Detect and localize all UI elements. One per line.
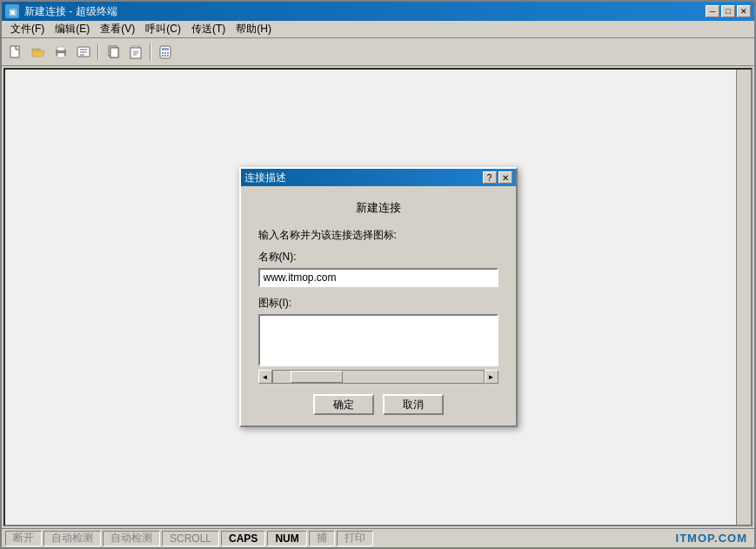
dialog-close-button[interactable]: ✕ — [498, 171, 512, 184]
status-bar: 断开 自动检测 自动检测 SCROLL CAPS NUM 捕 打印 ITMOP.… — [2, 528, 754, 547]
title-controls: ─ □ ✕ — [706, 5, 751, 17]
open-button[interactable] — [28, 42, 49, 63]
dialog-buttons: 确定 取消 — [258, 394, 498, 415]
status-auto-detect-1: 自动检测 — [43, 531, 101, 546]
copy-group-button[interactable] — [103, 42, 124, 63]
dialog-title-buttons: ? ✕ — [483, 171, 512, 184]
menu-edit[interactable]: 编辑(E) — [50, 20, 95, 38]
connection-dialog: 连接描述 ? ✕ 新建连接 输入名称并为该连接选择图标: 名称(N): 图标(I… — [239, 167, 518, 427]
dialog-title: 连接描述 — [244, 171, 286, 185]
terminal-content[interactable]: 连接描述 ? ✕ 新建连接 输入名称并为该连接选择图标: 名称(N): 图标(I… — [3, 68, 753, 526]
menu-view[interactable]: 查看(V) — [95, 20, 140, 38]
status-disconnect: 断开 — [5, 531, 42, 546]
menu-transfer[interactable]: 传送(T) — [186, 20, 231, 38]
maximize-button[interactable]: □ — [721, 5, 735, 17]
title-bar-left: ▣ 新建连接 - 超级终端 — [5, 4, 117, 19]
svg-rect-3 — [57, 47, 64, 50]
status-capture: 捕 — [309, 531, 335, 546]
status-print: 打印 — [337, 531, 373, 546]
dial-icon — [158, 45, 172, 59]
svg-rect-18 — [162, 48, 169, 50]
properties-button[interactable] — [73, 42, 94, 63]
toolbar-separator-2 — [150, 44, 151, 61]
name-label: 名称(N): — [258, 250, 498, 264]
scroll-right-arrow[interactable]: ► — [485, 370, 498, 384]
menu-file[interactable]: 文件(F) — [5, 20, 50, 38]
print-button[interactable] — [50, 42, 71, 63]
status-num: NUM — [267, 531, 306, 546]
new-button[interactable] — [5, 42, 26, 63]
main-window: ▣ 新建连接 - 超级终端 ─ □ ✕ 文件(F) 编辑(E) 查看(V) 呼叫… — [0, 0, 756, 549]
svg-point-22 — [162, 55, 164, 57]
svg-point-21 — [167, 52, 169, 54]
svg-point-19 — [162, 52, 164, 54]
dialog-instruction: 输入名称并为该连接选择图标: — [258, 228, 498, 243]
scroll-thumb[interactable] — [291, 371, 343, 383]
svg-rect-4 — [57, 53, 64, 57]
svg-rect-0 — [10, 46, 19, 57]
paste-button[interactable] — [125, 42, 146, 63]
menu-help[interactable]: 帮助(H) — [231, 20, 277, 38]
window-title: 新建连接 - 超级终端 — [24, 4, 117, 19]
horizontal-scrollbar: ◄ ► — [258, 370, 498, 384]
open-icon — [31, 45, 45, 59]
svg-rect-1 — [32, 49, 40, 50]
toolbar — [2, 38, 754, 66]
close-button[interactable]: ✕ — [737, 5, 751, 17]
app-icon: ▣ — [5, 4, 19, 18]
paste-icon — [129, 45, 143, 59]
minimize-button[interactable]: ─ — [706, 5, 719, 17]
svg-point-20 — [164, 52, 166, 54]
status-caps: CAPS — [221, 531, 265, 546]
brand-label: ITMOP.COM — [676, 532, 751, 545]
scroll-left-arrow[interactable]: ◄ — [258, 370, 272, 384]
svg-point-23 — [164, 55, 166, 57]
toolbar-separator-1 — [97, 44, 99, 61]
menu-call[interactable]: 呼叫(C) — [140, 20, 186, 38]
scroll-track[interactable] — [272, 370, 485, 384]
icon-area[interactable] — [258, 314, 498, 366]
dialog-help-button[interactable]: ? — [483, 171, 497, 184]
copy-group-icon — [106, 45, 120, 59]
dial-button[interactable] — [155, 42, 176, 63]
dialog-header: 新建连接 — [258, 200, 498, 216]
svg-rect-11 — [110, 48, 118, 57]
cancel-button[interactable]: 取消 — [383, 394, 444, 415]
dialog-content: 新建连接 输入名称并为该连接选择图标: 名称(N): 图标(I): ◄ ► — [241, 186, 516, 425]
dialog-overlay: 连接描述 ? ✕ 新建连接 输入名称并为该连接选择图标: 名称(N): 图标(I… — [5, 70, 751, 525]
new-icon — [9, 45, 23, 59]
properties-icon — [77, 45, 90, 59]
status-scroll: SCROLL — [162, 531, 219, 546]
menu-bar: 文件(F) 编辑(E) 查看(V) 呼叫(C) 传送(T) 帮助(H) — [2, 21, 754, 38]
icon-label: 图标(I): — [258, 296, 498, 311]
name-input[interactable] — [258, 268, 498, 287]
ok-button[interactable]: 确定 — [313, 394, 374, 415]
svg-point-24 — [167, 55, 169, 57]
status-auto-detect-2: 自动检测 — [103, 531, 160, 546]
dialog-title-bar: 连接描述 ? ✕ — [241, 169, 516, 186]
title-bar: ▣ 新建连接 - 超级终端 ─ □ ✕ — [2, 2, 754, 21]
print-icon — [54, 45, 68, 59]
